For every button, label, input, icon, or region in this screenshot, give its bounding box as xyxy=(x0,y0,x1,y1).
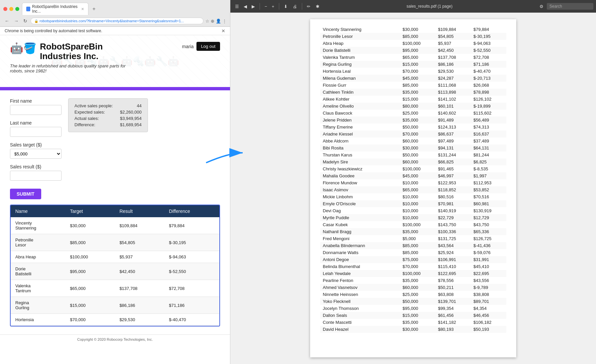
pdf-content[interactable]: Vincenty Stannering$30,000$109,884$79,88… xyxy=(230,13,596,364)
browser-window: RobotSpareBin Industries Inc... ✕ + ← → … xyxy=(0,0,230,364)
list-item: Petronille Lesor$85,000$54,805$-30,195 xyxy=(320,33,506,40)
submit-button[interactable]: SUBMIT xyxy=(10,189,41,199)
list-item: David Heazel$30,000$80,193$50,193 xyxy=(320,326,506,333)
pdf-left-arrow[interactable]: ◀ xyxy=(242,3,249,10)
first-name-label: First name xyxy=(10,98,61,104)
last-name-input[interactable] xyxy=(10,127,61,137)
close-window-button[interactable] xyxy=(3,7,7,11)
browser-tab[interactable]: RobotSpareBin Industries Inc... ✕ xyxy=(22,3,88,15)
nav-actions: ☆ ⊕ 👤 ⋮ xyxy=(205,19,227,24)
table-row: Dorie Batistelli$95,000$42,450$-52,550 xyxy=(11,263,219,280)
summary-active-value: 44 xyxy=(137,103,142,108)
summary-expected-label: Expected sales: xyxy=(74,110,105,115)
col-target: Target xyxy=(65,205,115,217)
list-item: Abra Heap$100,000$5,937$-94,063 xyxy=(320,40,506,47)
pdf-viewer: ☰ ◀ ▶ − + ⬇ 🖨 ✏ ✱ sales_results.pdf (1 p… xyxy=(230,0,596,364)
chrome-ext-button[interactable]: ⊕ xyxy=(211,19,214,24)
pdf-zoom-in-button[interactable]: + xyxy=(270,3,277,10)
summary-diff-label: Difference: xyxy=(74,122,95,127)
new-tab-button[interactable]: + xyxy=(91,6,97,12)
list-item: Jocelyn Thomsson$95,000$99,354$4,354 xyxy=(320,305,506,312)
bookmark-button[interactable]: ☆ xyxy=(205,19,209,24)
footer-text: Copyright © 2020 Robocorp Technologies, … xyxy=(77,337,153,341)
summary-expected-value: $2,260,000 xyxy=(120,110,142,115)
tab-close-button[interactable]: ✕ xyxy=(81,7,84,11)
table-row: Vincenty Stannering$30,000$109,884$79,88… xyxy=(11,217,219,234)
table-row: Petronille Lesor$85,000$54,805$-30,195 xyxy=(11,234,219,251)
forward-button[interactable]: → xyxy=(13,18,20,24)
pdf-zoom-group: − + xyxy=(263,3,276,10)
list-item: Dorie Batistelli$95,000$42,450$-52,550 xyxy=(320,47,506,54)
last-name-label: Last name xyxy=(10,120,61,126)
site-header-inner: 🤖🪣 RobotSpareBinIndustries Inc. The lead… xyxy=(10,42,220,73)
logo-area: 🤖🪣 RobotSpareBinIndustries Inc. xyxy=(10,42,126,61)
summary-actual-value: $3,949,954 xyxy=(120,116,142,121)
form-section: First name Last name Sales target ($) $5… xyxy=(10,98,61,199)
browser-chrome: RobotSpareBin Industries Inc... ✕ + ← → … xyxy=(0,0,230,27)
pdf-settings-button[interactable]: ⚙ xyxy=(537,3,545,10)
pdf-toolbar: ☰ ◀ ▶ − + ⬇ 🖨 ✏ ✱ sales_results.pdf (1 p… xyxy=(230,0,596,13)
list-item: Ninnette Heinssen$25,000$63,808$38,808 xyxy=(320,291,506,298)
maximize-window-button[interactable] xyxy=(15,7,19,11)
list-item: Donnamarie Watts$85,000$25,924$-59,076 xyxy=(320,249,506,256)
col-name: Name xyxy=(11,205,65,217)
list-item: Conte Mascetti$35,000$141,182$106,182 xyxy=(320,319,506,326)
list-item: Casar Kubek$100,000$143,750$43,750 xyxy=(320,221,506,228)
sales-target-select[interactable]: $5,000 $10,000 $15,000 $20,000 xyxy=(10,149,61,159)
list-item: Ariadne Kiessel$70,000$86,637$16,637 xyxy=(320,131,506,137)
pdf-zoom-out-button[interactable]: − xyxy=(263,3,269,10)
col-result: Result xyxy=(115,205,164,217)
refresh-button[interactable]: ↻ xyxy=(22,18,29,24)
table-row: Hortensia$70,000$29,530$-40,470 xyxy=(11,314,219,326)
pdf-print-button[interactable]: 🖨 xyxy=(291,3,299,10)
pdf-search-input[interactable] xyxy=(547,3,593,10)
sales-result-input[interactable] xyxy=(10,171,61,181)
list-item: Milena Gudeman$45,000$24,287$-20,713 xyxy=(320,75,506,82)
browser-titlebar: RobotSpareBin Industries Inc... ✕ + xyxy=(0,0,230,16)
username-text: maria xyxy=(182,44,194,49)
pdf-download-button[interactable]: ⬇ xyxy=(282,3,290,10)
pdf-right-arrow[interactable]: ▶ xyxy=(250,3,257,10)
list-item: Isaac Asimov$65,000$118,852$53,852 xyxy=(320,186,506,193)
list-item: Anabella Blindermann$85,000$43,564$-41,4… xyxy=(320,242,506,249)
list-item: Alikee Kohtler$15,000$141,102$126,102 xyxy=(320,96,506,103)
pdf-separator-1 xyxy=(260,3,260,10)
address-bar[interactable]: 🔒 robotsparebinindustries.com/?firstname… xyxy=(31,18,203,24)
profile-button[interactable]: 👤 xyxy=(216,19,221,24)
pdf-table-body: Vincenty Stannering$30,000$109,884$79,88… xyxy=(320,26,506,333)
list-item: Abbe Aldcorn$60,000$97,489$37,489 xyxy=(320,137,506,144)
pdf-edit-button[interactable]: ✏ xyxy=(305,3,312,10)
site-form-area: First name Last name Sales target ($) $5… xyxy=(0,90,230,334)
back-button[interactable]: ← xyxy=(3,18,11,24)
table-row: Regina Gurling$15,000$86,186$71,186 xyxy=(11,297,219,314)
logo-icon: 🤖🪣 xyxy=(10,42,37,54)
list-item: Fred Mengoni$5,000$131,725$126,725 xyxy=(320,235,506,242)
pdf-nav-group: ☰ ◀ ▶ xyxy=(233,3,257,10)
minimize-window-button[interactable] xyxy=(9,7,13,11)
banner-close-button[interactable]: ✕ xyxy=(221,28,225,34)
brand-area: 🤖🪣 RobotSpareBinIndustries Inc. The lead… xyxy=(10,42,126,73)
list-item: Bibi Rosita$30,000$94,131$64,131 xyxy=(320,144,506,151)
pdf-page: Vincenty Stannering$30,000$109,884$79,88… xyxy=(310,19,516,357)
pdf-annotate-button[interactable]: ✱ xyxy=(314,3,321,10)
list-item: Valenka Tantrum$65,000$137,708$72,708 xyxy=(320,54,506,61)
results-table-body: Vincenty Stannering$30,000$109,884$79,88… xyxy=(11,217,219,326)
website-content: 🤖🔧🤖🔩🤖🔧🤖🔩🤖🔧🤖 🤖🪣 RobotSpareBinIndustries I… xyxy=(0,35,230,364)
sales-target-label: Sales target ($) xyxy=(10,142,61,147)
menu-button[interactable]: ⋮ xyxy=(222,19,227,24)
pdf-sidebar-toggle[interactable]: ☰ xyxy=(233,3,241,10)
list-item: Claus Bawcock$25,000$140,602$115,602 xyxy=(320,110,506,117)
first-name-group: First name xyxy=(10,98,61,115)
list-item: Belinda Blumenthal$70,000$115,410$45,410 xyxy=(320,263,506,270)
pdf-table: Vincenty Stannering$30,000$109,884$79,88… xyxy=(320,26,506,333)
list-item: Emyle O'Driscole$10,000$70,981$60,981 xyxy=(320,200,506,207)
table-row: Valenka Tantrum$65,000$137,708$72,708 xyxy=(11,280,219,297)
list-item: Ameline Olivello$80,000$60,101$-19,899 xyxy=(320,103,506,110)
first-name-input[interactable] xyxy=(10,105,61,115)
tab-favicon xyxy=(26,7,30,11)
tab-title: RobotSpareBin Industries Inc... xyxy=(32,4,78,14)
list-item: Pearline Fenton$35,000$78,556$43,556 xyxy=(320,277,506,284)
logout-button[interactable]: Log out xyxy=(196,42,220,51)
list-item: Cathleen Tinklin$35,000$113,898$78,898 xyxy=(320,89,506,96)
list-item: Jelene Pridden$35,000$91,489$56,489 xyxy=(320,117,506,124)
